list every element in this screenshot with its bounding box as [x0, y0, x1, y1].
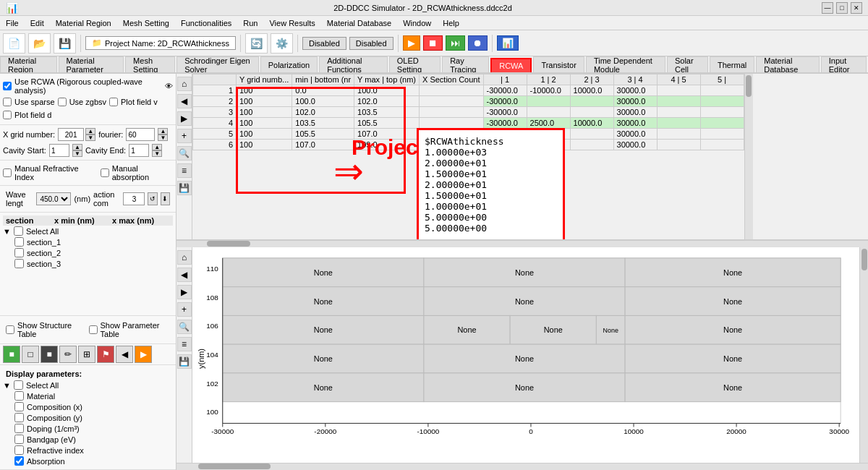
- xs-6-6[interactable]: [700, 140, 744, 150]
- doping-checkbox[interactable]: [14, 424, 24, 433]
- nav-right[interactable]: ▶: [177, 111, 192, 126]
- pencil-btn[interactable]: ✏: [59, 346, 77, 363]
- eye-icon[interactable]: 👁: [165, 82, 173, 90]
- chart-v-scrollbar[interactable]: [859, 247, 868, 463]
- xs-4-3[interactable]: 10000.0: [570, 118, 613, 129]
- settings-btn[interactable]: ⚙️: [271, 33, 293, 54]
- grid-num-4[interactable]: 100: [237, 118, 292, 129]
- green-square-btn[interactable]: ■: [3, 346, 20, 363]
- menu-functionalities[interactable]: Functionalities: [175, 16, 237, 30]
- xs-2-3[interactable]: [570, 96, 613, 107]
- xs-2-1[interactable]: -30000.0: [483, 96, 527, 107]
- tab-input-editor[interactable]: Input Editor: [821, 56, 867, 72]
- table-btn[interactable]: ⊞: [78, 346, 95, 363]
- show-parameter-checkbox[interactable]: [89, 325, 98, 334]
- play-btn[interactable]: ▶: [403, 35, 420, 51]
- material-checkbox[interactable]: [14, 391, 24, 401]
- xs-3-2[interactable]: [527, 107, 570, 118]
- xs-1-1[interactable]: -30000.0: [483, 85, 527, 96]
- xs-3-5[interactable]: [657, 107, 700, 118]
- min-5[interactable]: 105.5: [292, 129, 354, 140]
- v-scrollbar[interactable]: [744, 74, 753, 239]
- composition-x-checkbox[interactable]: [14, 402, 24, 411]
- tab-material-region[interactable]: Material Region: [0, 56, 57, 72]
- chart-nav-right[interactable]: ▶: [177, 285, 192, 299]
- nav-search[interactable]: 🔍: [177, 146, 192, 161]
- select-all-checkbox[interactable]: [14, 226, 23, 236]
- xs-4-2[interactable]: 2500.0: [527, 118, 570, 129]
- xs-5-3[interactable]: [570, 129, 613, 140]
- tab-solar-cell[interactable]: Solar Cell: [667, 56, 708, 72]
- x-grid-input[interactable]: [58, 128, 84, 141]
- reset-btn[interactable]: ↺: [148, 192, 157, 205]
- menu-material-region[interactable]: Material Region: [50, 16, 117, 30]
- xs-5-5[interactable]: [657, 129, 700, 140]
- tab-rcwa[interactable]: RCWA: [490, 58, 532, 74]
- disabled-btn-1[interactable]: Disabled: [302, 37, 346, 50]
- x-grid-down[interactable]: ▼: [85, 134, 95, 141]
- menu-window[interactable]: Window: [397, 16, 437, 30]
- x-grid-up[interactable]: ▲: [85, 128, 95, 134]
- refresh-btn[interactable]: 🔄: [245, 33, 268, 54]
- cavity-start-input[interactable]: [49, 144, 69, 157]
- cavity-end-down[interactable]: ▼: [152, 150, 162, 157]
- menu-mesh-setting[interactable]: Mesh Setting: [117, 16, 175, 30]
- tab-material-parameter[interactable]: Material Parameter: [59, 56, 124, 72]
- use-rcwa-checkbox[interactable]: [3, 82, 12, 90]
- xs-2-2[interactable]: [527, 96, 570, 107]
- fourier-up[interactable]: ▲: [158, 128, 168, 134]
- x-grid-spin[interactable]: ▲ ▼: [58, 128, 95, 141]
- use-zgbsv-checkbox[interactable]: [58, 98, 67, 106]
- h-scrollbar-chart[interactable]: [176, 463, 868, 470]
- open-btn[interactable]: 📂: [28, 33, 51, 54]
- chart-nav-settings[interactable]: ≡: [177, 337, 192, 351]
- step-btn[interactable]: ⏭: [446, 35, 465, 51]
- close-btn[interactable]: ✕: [851, 2, 862, 14]
- prev-btn[interactable]: ◀: [116, 346, 133, 363]
- disabled-btn-2[interactable]: Disabled: [349, 37, 393, 50]
- xs-2-4[interactable]: 30000.0: [613, 96, 657, 107]
- xs-4-6[interactable]: [700, 118, 744, 129]
- xs-5-6[interactable]: [700, 129, 744, 140]
- chart-nav-left[interactable]: ◀: [177, 268, 192, 282]
- absorption-checkbox[interactable]: [14, 456, 24, 466]
- download-btn[interactable]: ⬇: [161, 192, 170, 205]
- xs-6-4[interactable]: 30000.0: [613, 140, 657, 150]
- menu-run[interactable]: Run: [237, 16, 263, 30]
- tab-ray-tracing[interactable]: Ray Tracing: [442, 56, 489, 72]
- grid-num-1[interactable]: 100: [237, 85, 292, 96]
- grid-num-5[interactable]: 100: [237, 129, 292, 140]
- save-btn[interactable]: 💾: [54, 33, 76, 54]
- min-6[interactable]: 107.0: [292, 140, 354, 150]
- xs-4-5[interactable]: [657, 118, 700, 129]
- menu-edit[interactable]: Edit: [25, 16, 50, 30]
- max-2[interactable]: 102.0: [354, 96, 420, 107]
- cavity-end-up[interactable]: ▲: [152, 144, 162, 150]
- nav-left[interactable]: ◀: [177, 94, 192, 108]
- plot-field-d-checkbox[interactable]: [3, 111, 12, 119]
- tab-time-dependent[interactable]: Time Dependent Module: [586, 56, 665, 72]
- xs-3-1[interactable]: -30000.0: [483, 107, 527, 118]
- menu-view-results[interactable]: View Results: [263, 16, 320, 30]
- xs-1-2[interactable]: -10000.0: [527, 85, 570, 96]
- tab-transistor[interactable]: Transistor: [533, 56, 584, 72]
- show-structure-checkbox[interactable]: [6, 325, 14, 334]
- count-1[interactable]: [420, 85, 484, 96]
- cavity-start-up[interactable]: ▲: [72, 144, 82, 150]
- nav-save[interactable]: 💾: [177, 181, 192, 195]
- chart-nav-plus[interactable]: +: [177, 302, 192, 317]
- window-controls[interactable]: — □ ✕: [822, 2, 862, 14]
- section-3-checkbox[interactable]: [14, 259, 24, 268]
- xs-1-5[interactable]: [657, 85, 700, 96]
- chart-v-scroll-thumb[interactable]: [861, 249, 867, 270]
- min-2[interactable]: 100.0: [292, 96, 354, 107]
- xs-4-1[interactable]: -30000.0: [483, 118, 527, 129]
- chart-nav-home[interactable]: ⌂: [177, 250, 192, 265]
- chart-h-scroll-thumb[interactable]: [198, 463, 271, 469]
- nav-settings[interactable]: ≡: [177, 163, 192, 178]
- h-scrollbar-table[interactable]: [176, 240, 868, 247]
- new-btn[interactable]: 📄: [3, 33, 25, 54]
- nav-plus[interactable]: +: [177, 129, 192, 143]
- nav-home[interactable]: ⌂: [177, 77, 192, 91]
- h-scroll-thumb[interactable]: [207, 241, 250, 247]
